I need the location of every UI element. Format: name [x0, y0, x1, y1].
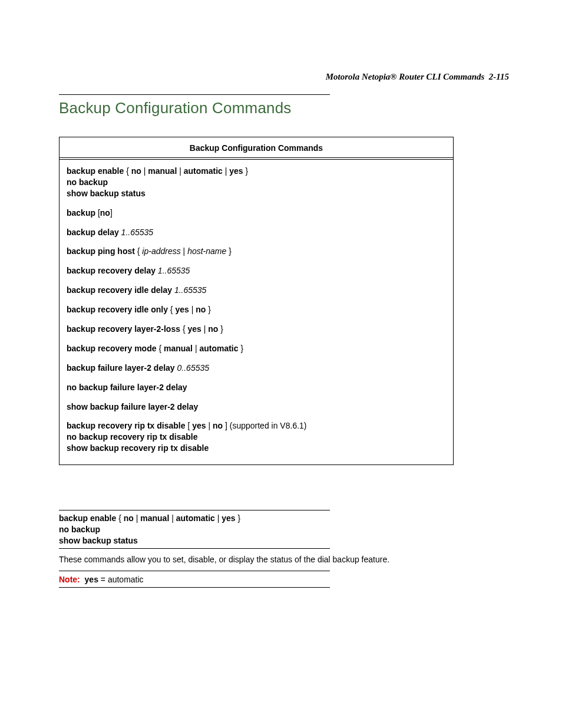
- cmd-backup-no: backup [no]: [67, 207, 446, 219]
- note-yes: yes: [85, 575, 98, 584]
- note-rule-bottom: [59, 587, 330, 588]
- note-label: Note:: [59, 575, 80, 584]
- detail-description-text: These commands allow you to set, disable…: [59, 554, 471, 565]
- note-rest: = automatic: [98, 575, 144, 584]
- detail-description: These commands allow you to set, disable…: [59, 554, 471, 565]
- box-title-row: Backup Configuration Commands: [59, 137, 453, 158]
- cmd-backup-recovery-mode: backup recovery mode { manual | automati…: [67, 343, 446, 354]
- box-body: backup enable { no | manual | automatic …: [59, 160, 453, 465]
- running-header: Motorola Netopia® Router CLI Commands 2-…: [326, 72, 509, 82]
- cmd-no-backup-failure-layer2-delay: no backup failure layer-2 delay: [67, 382, 446, 393]
- detail-no-backup: no backup: [59, 524, 471, 535]
- cmd-backup-enable: backup enable { no | manual | automatic …: [67, 166, 446, 177]
- cmd-show-backup-status: show backup status: [67, 188, 446, 199]
- cmd-no-backup: no backup: [67, 177, 446, 188]
- page: Motorola Netopia® Router CLI Commands 2-…: [0, 0, 562, 728]
- cmd-backup-ping-host: backup ping host { ip-address | host-nam…: [67, 246, 446, 257]
- detail-backup-enable: backup enable { no | manual | automatic …: [59, 513, 471, 524]
- detail-syntax: backup enable { no | manual | automatic …: [59, 513, 471, 546]
- detail-rule-mid: [59, 548, 330, 549]
- cmd-backup-recovery-rip-tx-disable: backup recovery rip tx disable [ yes | n…: [67, 420, 446, 431]
- cmd-backup-failure-layer2-delay: backup failure layer-2 delay 0..65535: [67, 363, 446, 374]
- cmd-backup-recovery-layer2-loss: backup recovery layer-2-loss { yes | no …: [67, 324, 446, 335]
- box-title: Backup Configuration Commands: [190, 143, 323, 153]
- detail-rule-top: [59, 510, 330, 510]
- cmd-backup-recovery-idle-delay: backup recovery idle delay 1..65535: [67, 285, 446, 296]
- cmd-backup-recovery-delay: backup recovery delay 1..65535: [67, 265, 446, 276]
- cmd-backup-delay: backup delay 1..65535: [67, 227, 446, 238]
- detail-show-backup-status: show backup status: [59, 535, 471, 546]
- command-summary-box: Backup Configuration Commands backup ena…: [59, 137, 454, 465]
- section-rule: [59, 94, 330, 95]
- cmd-no-backup-recovery-rip-tx-disable: no backup recovery rip tx disable: [67, 431, 446, 443]
- note-block: Note: yes = automatic: [59, 574, 471, 585]
- note-line: Note: yes = automatic: [59, 574, 471, 585]
- page-number: 2-115: [489, 72, 509, 81]
- cmd-show-backup-failure-layer2-delay: show backup failure layer-2 delay: [67, 401, 446, 413]
- cmd-backup-recovery-idle-only: backup recovery idle only { yes | no }: [67, 304, 446, 315]
- doc-title: Motorola Netopia® Router CLI Commands: [326, 72, 485, 81]
- cmd-show-backup-recovery-rip-tx-disable: show backup recovery rip tx disable: [67, 443, 446, 454]
- section-title: Backup Configuration Commands: [59, 99, 292, 117]
- note-rule-top: [59, 571, 330, 571]
